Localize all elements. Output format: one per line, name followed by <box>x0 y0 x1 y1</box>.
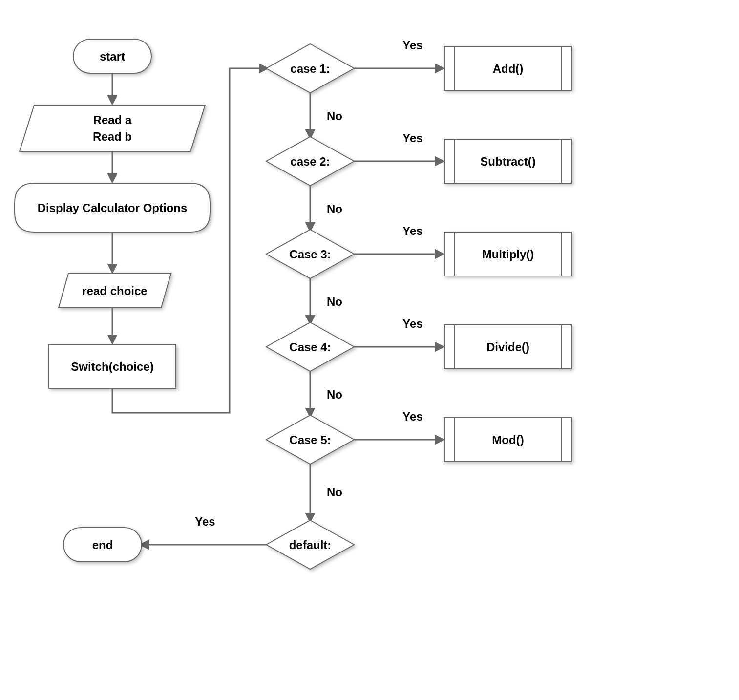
case1-yes-label: Yes <box>402 39 422 52</box>
case4-yes-label: Yes <box>402 317 422 330</box>
node-case2: case 2: <box>266 137 354 186</box>
node-end: end <box>63 528 142 562</box>
node-read-choice: read choice <box>59 274 171 308</box>
case2-label: case 2: <box>290 155 330 168</box>
end-label: end <box>92 538 113 552</box>
svg-marker-2 <box>20 105 205 151</box>
node-divide: Divide() <box>444 325 571 369</box>
multiply-label: Multiply() <box>482 248 534 261</box>
mod-label: Mod() <box>492 433 524 446</box>
node-multiply: Multiply() <box>444 232 571 276</box>
subtract-label: Subtract() <box>480 155 535 168</box>
case3-label: Case 3: <box>289 248 331 261</box>
start-label: start <box>100 50 125 63</box>
default-yes-label: Yes <box>195 515 215 528</box>
node-display-options: Display Calculator Options <box>15 183 210 232</box>
node-mod: Mod() <box>444 418 571 462</box>
case4-no-label: No <box>327 388 342 401</box>
case1-label: case 1: <box>290 62 330 75</box>
case3-yes-label: Yes <box>402 224 422 237</box>
case5-label: Case 5: <box>289 433 331 446</box>
node-read-ab: Read a Read b <box>20 105 205 151</box>
case2-no-label: No <box>327 202 342 215</box>
case3-no-label: No <box>327 295 342 308</box>
node-switch: Switch(choice) <box>49 344 176 388</box>
case2-yes-label: Yes <box>402 131 422 145</box>
case4-label: Case 4: <box>289 340 331 354</box>
node-case1: case 1: <box>266 44 354 93</box>
switch-label: Switch(choice) <box>71 360 153 373</box>
read-b-label: Read b <box>93 130 132 143</box>
read-choice-label: read choice <box>82 284 147 297</box>
node-add: Add() <box>444 46 571 90</box>
read-a-label: Read a <box>93 113 132 127</box>
add-label: Add() <box>493 62 524 75</box>
node-case3: Case 3: <box>266 230 354 278</box>
node-case5: Case 5: <box>266 415 354 464</box>
case1-no-label: No <box>327 109 342 123</box>
case5-yes-label: Yes <box>402 410 422 423</box>
node-subtract: Subtract() <box>444 139 571 183</box>
divide-label: Divide() <box>486 340 529 354</box>
default-label: default: <box>289 538 332 552</box>
node-case4: Case 4: <box>266 322 354 371</box>
node-default: default: <box>266 520 354 569</box>
node-start: start <box>73 39 151 73</box>
display-options-label: Display Calculator Options <box>38 201 188 214</box>
case5-no-label: No <box>327 486 342 499</box>
